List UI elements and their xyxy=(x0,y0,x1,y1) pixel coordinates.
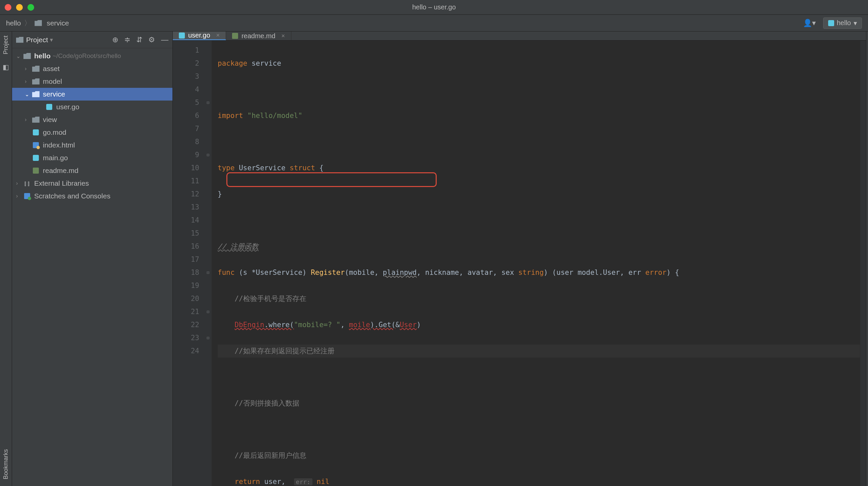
tree-scratches[interactable]: › Scratches and Consoles xyxy=(12,190,173,202)
tree-file-maingo[interactable]: main.go xyxy=(12,151,173,164)
line-number[interactable]: 12 xyxy=(173,188,199,201)
close-icon[interactable] xyxy=(5,4,11,11)
project-tree[interactable]: ⌄ hello ~/Code/goRoot/src/hello › asset … xyxy=(12,48,173,486)
go-file-icon xyxy=(46,104,52,110)
line-number[interactable]: 15 xyxy=(173,227,199,240)
tree-external-libraries[interactable]: › ⫿⫿ External Libraries xyxy=(12,177,173,190)
chevron-right-icon[interactable]: › xyxy=(25,79,31,84)
line-number[interactable]: 5 xyxy=(173,96,199,109)
tree-folder-view[interactable]: › view xyxy=(12,113,173,126)
line-number[interactable]: 8 xyxy=(173,135,199,148)
library-icon: ⫿⫿ xyxy=(24,180,30,188)
chevron-right-icon[interactable]: › xyxy=(16,180,23,187)
tree-folder-asset[interactable]: › asset xyxy=(12,62,173,75)
editor-tabs: user.go × readme.md × xyxy=(173,31,866,40)
tree-label: readme.md xyxy=(43,167,79,175)
breadcrumb-current[interactable]: service xyxy=(46,19,69,27)
line-number[interactable]: 21 xyxy=(173,305,199,318)
line-number[interactable]: 13 xyxy=(173,201,199,214)
error-stripe[interactable] xyxy=(860,40,866,486)
tree-folder-service[interactable]: ⌄ service xyxy=(12,88,173,101)
line-number[interactable]: 16 xyxy=(173,240,199,253)
tab-usergo[interactable]: user.go × xyxy=(173,31,226,40)
rail-bookmarks-label[interactable]: Bookmarks xyxy=(2,447,9,481)
fold-gutter[interactable]: ⊟ ⊟ ⊟ ⊟⊟ xyxy=(204,40,212,486)
tree-file-readmemd[interactable]: readme.md xyxy=(12,164,173,177)
collapse-all-icon[interactable]: ⇵ xyxy=(136,35,142,44)
expand-all-icon[interactable]: ≑ xyxy=(124,35,130,44)
panel-header: Project ▾ ⊕ ≑ ⇵ ⚙ — xyxy=(12,31,173,48)
line-number[interactable]: 7 xyxy=(173,122,199,135)
code-line xyxy=(218,83,860,96)
chevron-right-icon[interactable]: › xyxy=(25,66,31,72)
code-editor[interactable]: 1 2 3 4 5 6 7 8 9 10 11 12 13 14 15 16 1… xyxy=(173,40,860,486)
tree-label: index.html xyxy=(43,141,75,149)
run-configuration[interactable]: hello ▾ xyxy=(823,18,862,29)
line-number[interactable]: 9 xyxy=(173,148,199,162)
line-number[interactable]: 10 xyxy=(173,162,199,175)
tab-readmemd[interactable]: readme.md × xyxy=(226,31,291,40)
code-line: //最后返回新用户信息 xyxy=(218,449,860,462)
chevron-right-icon[interactable]: › xyxy=(25,117,31,123)
code-line: type UserService struct { xyxy=(218,162,860,175)
code-line xyxy=(218,423,860,436)
breadcrumb[interactable]: hello 〉 service xyxy=(6,19,69,28)
rail-project-label[interactable]: Project xyxy=(2,33,9,56)
right-tool-rail xyxy=(866,31,868,486)
bookmark-icon[interactable]: ◧ xyxy=(3,63,9,71)
close-icon[interactable]: × xyxy=(281,32,285,39)
chevron-down-icon[interactable]: ▾ xyxy=(50,36,53,44)
go-file-icon xyxy=(33,130,39,135)
chevron-down-icon: ▾ xyxy=(854,19,857,27)
tree-file-gomod[interactable]: go.mod xyxy=(12,126,173,139)
left-tool-rail: Project ◧ Bookmarks xyxy=(0,31,12,486)
minimize-icon[interactable] xyxy=(16,4,23,11)
code-line-current: //如果存在则返回提示已经注册 xyxy=(218,345,860,358)
line-number[interactable]: 22 xyxy=(173,318,199,332)
code-content[interactable]: package service import "hello/model" typ… xyxy=(212,40,860,486)
minimize-panel-icon[interactable]: — xyxy=(161,35,168,44)
line-number[interactable]: 19 xyxy=(173,279,199,292)
tree-file-usergo[interactable]: user.go xyxy=(12,101,173,113)
user-icon[interactable]: 👤▾ xyxy=(803,19,816,27)
line-number[interactable]: 20 xyxy=(173,292,199,305)
chevron-right-icon[interactable]: › xyxy=(16,193,23,199)
panel-title[interactable]: Project xyxy=(26,36,48,44)
code-line: //检验手机号是否存在 xyxy=(218,292,860,305)
line-number[interactable]: 11 xyxy=(173,175,199,188)
tree-root-name: hello xyxy=(34,52,51,60)
maximize-icon[interactable] xyxy=(27,4,34,11)
tree-root-path: ~/Code/goRoot/src/hello xyxy=(53,52,121,60)
tree-root[interactable]: ⌄ hello ~/Code/goRoot/src/hello xyxy=(12,50,173,62)
chevron-down-icon[interactable]: ⌄ xyxy=(25,91,31,97)
main-area: Project ◧ Bookmarks Project ▾ ⊕ ≑ ⇵ ⚙ — … xyxy=(0,31,868,486)
line-number[interactable]: 3 xyxy=(173,70,199,83)
line-number[interactable]: 14 xyxy=(173,214,199,227)
line-number[interactable]: 18 xyxy=(173,266,199,279)
gear-icon[interactable]: ⚙ xyxy=(148,35,155,44)
line-number[interactable]: 1 xyxy=(173,44,199,57)
code-line: import "hello/model" xyxy=(218,109,860,122)
md-file-icon xyxy=(232,33,238,39)
chevron-down-icon[interactable]: ⌄ xyxy=(16,53,23,59)
tree-file-indexhtml[interactable]: index.html xyxy=(12,139,173,151)
tree-label: go.mod xyxy=(43,128,66,136)
code-line xyxy=(218,214,860,227)
line-number[interactable]: 24 xyxy=(173,345,199,358)
close-icon[interactable]: × xyxy=(216,32,220,39)
window-controls xyxy=(5,4,34,11)
tree-folder-model[interactable]: › model xyxy=(12,75,173,88)
line-number[interactable]: 17 xyxy=(173,253,199,266)
line-number[interactable]: 2 xyxy=(173,57,199,70)
project-panel: Project ▾ ⊕ ≑ ⇵ ⚙ — ⌄ hello ~/Code/goRoo… xyxy=(12,31,173,486)
go-file-icon xyxy=(33,155,39,161)
panel-actions: ⊕ ≑ ⇵ ⚙ — xyxy=(112,35,168,44)
tab-label: readme.md xyxy=(242,32,275,40)
tree-label: asset xyxy=(43,65,60,73)
line-number[interactable]: 23 xyxy=(173,332,199,345)
line-number[interactable]: 6 xyxy=(173,109,199,122)
line-gutter[interactable]: 1 2 3 4 5 6 7 8 9 10 11 12 13 14 15 16 1… xyxy=(173,40,204,486)
line-number[interactable]: 4 xyxy=(173,83,199,96)
target-icon[interactable]: ⊕ xyxy=(112,35,118,44)
breadcrumb-root[interactable]: hello xyxy=(6,19,21,27)
